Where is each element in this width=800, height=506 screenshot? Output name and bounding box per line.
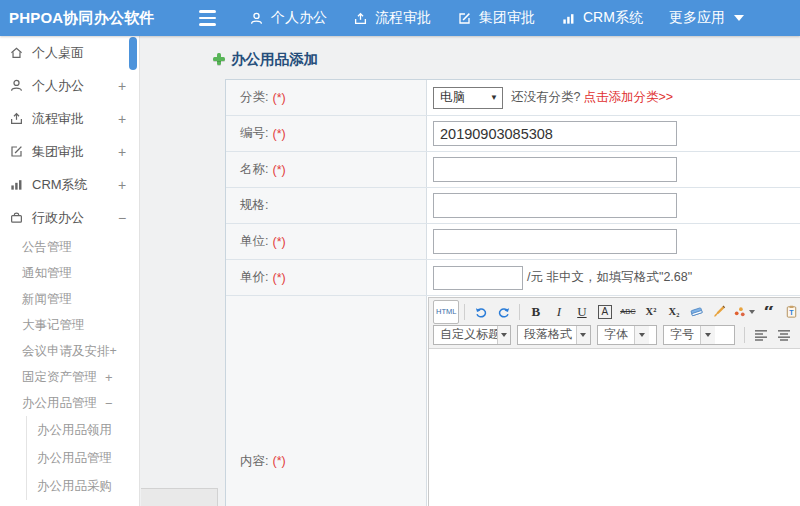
sidebar-item-group-approval[interactable]: 集团审批 + xyxy=(0,135,139,168)
code-input[interactable] xyxy=(433,121,677,146)
sidebar-sub-fixed-assets[interactable]: 固定资产管理+ xyxy=(0,364,139,390)
add-category-link[interactable]: 点击添加分类>> xyxy=(583,89,673,106)
sidebar-item-workflow-approval[interactable]: 流程审批 + xyxy=(0,102,139,135)
auto-color-icon[interactable] xyxy=(732,302,756,322)
browser-status-bubble xyxy=(141,488,218,506)
paragraph-format-select[interactable]: 段落格式 xyxy=(517,325,591,345)
sidebar-sub-meeting[interactable]: 会议申请及安排+ xyxy=(0,338,139,364)
expand-icon[interactable]: + xyxy=(115,144,129,160)
caret-down-icon xyxy=(634,326,649,344)
italic-button[interactable]: I xyxy=(548,302,569,322)
sub-label: 大事记管理 xyxy=(22,317,85,334)
sub-label: 通知管理 xyxy=(22,265,72,282)
form-row-unit: 单位: (*) xyxy=(226,224,800,260)
sidebar-subsub-supplies-manage[interactable]: 办公用品管理 xyxy=(27,444,139,472)
sidebar-item-label: 个人办公 xyxy=(32,77,84,95)
edit-icon xyxy=(9,144,24,159)
redo-icon[interactable] xyxy=(493,302,514,322)
nav-more-apps[interactable]: 更多应用 xyxy=(669,9,744,27)
sidebar-sub-office-supplies[interactable]: 办公用品管理− xyxy=(0,390,139,416)
name-label-cell: 名称: (*) xyxy=(226,152,427,187)
caret-down-icon xyxy=(576,326,590,344)
collapse-icon[interactable]: − xyxy=(105,396,113,411)
price-label-cell: 单价: (*) xyxy=(226,260,427,295)
sidebar-item-label: 流程审批 xyxy=(32,110,84,128)
sidebar: 个人桌面 个人办公 + 流程审批 + 集团审批 + CRM系统 + 行政办公 − xyxy=(0,36,140,506)
sidebar-subsub-supplies-claim[interactable]: 办公用品领用 xyxy=(27,416,139,444)
eraser-icon[interactable] xyxy=(686,302,707,322)
required-mark: (*) xyxy=(272,127,285,141)
sidebar-scrollbar-thumb[interactable] xyxy=(129,37,137,70)
form-row-name: 名称: (*) xyxy=(226,152,800,188)
font-family-select[interactable]: 字体 xyxy=(597,325,657,345)
code-value-cell xyxy=(427,116,800,151)
nav-label: 更多应用 xyxy=(669,9,725,27)
source-code-button[interactable]: HTML xyxy=(433,300,459,324)
unit-input[interactable] xyxy=(433,229,677,254)
sidebar-item-crm[interactable]: CRM系统 + xyxy=(0,168,139,201)
sidebar-sub-announcement[interactable]: 公告管理 xyxy=(0,234,139,260)
nav-group-approval[interactable]: 集团审批 xyxy=(457,9,535,27)
sidebar-item-personal-office[interactable]: 个人办公 + xyxy=(0,69,139,102)
sub-label: 办公用品管理 xyxy=(37,450,112,467)
align-left-icon[interactable] xyxy=(750,325,771,345)
code-label-cell: 编号: (*) xyxy=(226,116,427,151)
price-hint: /元 非中文，如填写格式"2.68" xyxy=(527,269,692,286)
field-label: 分类: xyxy=(240,89,268,106)
required-mark: (*) xyxy=(272,271,285,285)
format-brush-icon[interactable] xyxy=(709,302,730,322)
collapse-icon[interactable]: − xyxy=(115,210,129,226)
category-select[interactable]: 电脑 xyxy=(433,87,503,109)
expand-icon[interactable]: + xyxy=(115,111,129,127)
custom-title-select[interactable]: 自定义标题 xyxy=(433,325,511,345)
align-center-icon[interactable] xyxy=(773,325,794,345)
sidebar-sub-notice[interactable]: 通知管理 xyxy=(0,260,139,286)
price-input[interactable] xyxy=(433,266,523,290)
sidebar-subsub-supplies-purchase[interactable]: 办公用品采购 xyxy=(27,472,139,500)
bold-button[interactable]: B xyxy=(525,302,546,322)
select-value: 字体 xyxy=(598,326,634,343)
superscript-button[interactable]: X² xyxy=(640,302,661,322)
undo-icon[interactable] xyxy=(470,302,491,322)
name-value-cell xyxy=(427,152,800,187)
blockquote-button[interactable]: “ xyxy=(758,306,779,318)
page-title-row: 办公用品添加 xyxy=(213,49,800,69)
nav-personal-office[interactable]: 个人办公 xyxy=(249,9,327,27)
strikethrough-button[interactable]: ABC xyxy=(617,302,638,322)
sidebar-sub-memorabilia[interactable]: 大事记管理 xyxy=(0,312,139,338)
expand-icon[interactable]: + xyxy=(115,78,129,94)
main-content: 办公用品添加 分类: (*) 电脑 还没有分类? 点击添加分类>> 编号: (*… xyxy=(140,36,800,506)
sidebar-item-desktop[interactable]: 个人桌面 xyxy=(0,36,139,69)
sidebar-item-label: 个人桌面 xyxy=(32,44,84,62)
expand-icon[interactable]: + xyxy=(115,177,129,193)
menu-icon[interactable] xyxy=(199,10,221,26)
sub-label: 新闻管理 xyxy=(22,291,72,308)
flow-icon xyxy=(353,11,368,26)
chart-icon xyxy=(561,11,576,26)
paste-text-icon[interactable]: T xyxy=(781,302,800,322)
name-input[interactable] xyxy=(433,157,677,182)
sidebar-item-label: 集团审批 xyxy=(32,143,84,161)
content-label-cell: 内容: (*) xyxy=(226,296,427,506)
form-row-spec: 规格: xyxy=(226,188,800,224)
sidebar-item-label: 行政办公 xyxy=(32,209,84,227)
spec-input[interactable] xyxy=(433,193,677,218)
underline-button[interactable]: U xyxy=(571,302,592,322)
align-right-icon[interactable] xyxy=(796,325,800,345)
edit-icon xyxy=(457,11,472,26)
autotypeset-button[interactable]: A xyxy=(598,305,612,319)
field-label: 单价: xyxy=(240,269,268,286)
editor-content-area[interactable] xyxy=(429,349,800,506)
select-value: 段落格式 xyxy=(518,326,576,343)
font-size-select[interactable]: 字号 xyxy=(663,325,735,345)
topbar: PHPOA协同办公软件 个人办公 流程审批 集团审批 CRM系统 xyxy=(0,0,800,36)
nav-crm-system[interactable]: CRM系统 xyxy=(561,9,643,27)
subscript-button[interactable]: X₂ xyxy=(663,302,684,322)
toolbar-separator xyxy=(464,304,465,320)
expand-icon[interactable]: + xyxy=(105,370,113,385)
sidebar-item-admin-office[interactable]: 行政办公 − xyxy=(0,201,139,234)
flow-icon xyxy=(9,111,24,126)
sidebar-sub-news[interactable]: 新闻管理 xyxy=(0,286,139,312)
nav-workflow-approval[interactable]: 流程审批 xyxy=(353,9,431,27)
sub-label: 固定资产管理 xyxy=(22,369,97,386)
